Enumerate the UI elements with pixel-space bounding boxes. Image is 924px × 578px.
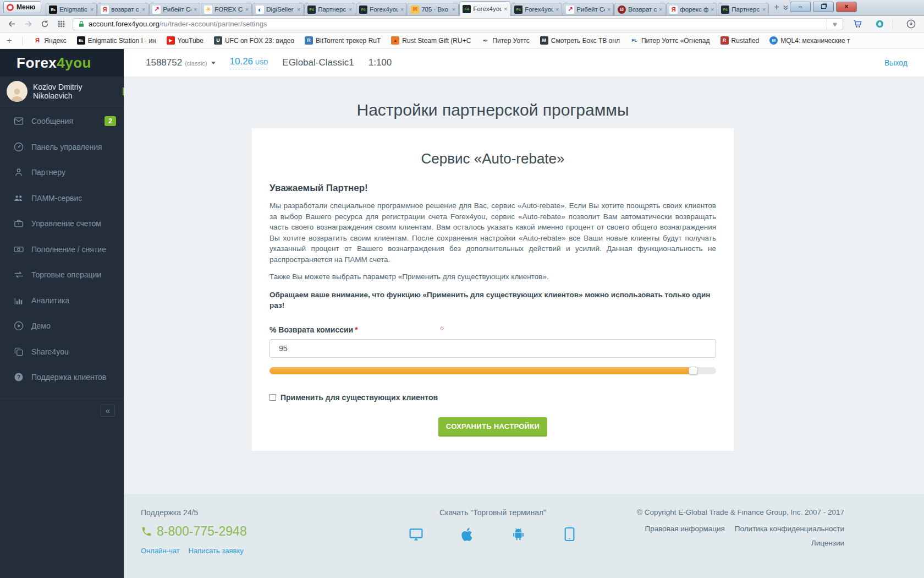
apple-icon[interactable] [459,526,475,542]
sidebar-item-analytics[interactable]: Аналитика [0,288,124,314]
unread-badge: 2 [105,116,116,126]
slider-handle[interactable] [689,367,698,375]
browser-tab[interactable]: EsEnigmatic× [46,3,97,15]
apply-existing-checkbox[interactable] [270,394,276,401]
bookmark-item[interactable]: EsEnigmatic Station I - ин [77,36,156,45]
tab-close-icon[interactable]: × [297,7,300,13]
reload-button[interactable] [37,18,52,31]
sidebar-item-dashboard[interactable]: Панель управления [0,134,124,160]
window-minimize-button[interactable]: – [790,2,811,12]
bookmark-item[interactable]: FLПитер Уоттс «Огнепад [630,36,710,45]
sidebar-item-account-management[interactable]: Управление счетом [0,211,124,237]
bookmark-item[interactable]: ▶YouTube [167,36,204,45]
speed-dial-icon[interactable] [54,18,68,31]
ticket-link[interactable]: Написать заявку [189,547,244,555]
browser-tab[interactable]: F4Forex4you× [511,3,562,15]
sidebar-item-client-support[interactable]: ?Поддержка клиентов [0,364,124,390]
new-tab-button[interactable]: + [773,2,780,13]
save-settings-button[interactable]: СОХРАНИТЬ НАСТРОЙКИ [438,417,547,437]
envelope-icon [13,116,24,127]
account-balance[interactable]: 10.26 USD [230,56,268,69]
browser-tab[interactable]: F4Партнерс× [304,3,355,15]
bookmark-item[interactable]: ✒Питер Уоттс [481,36,529,45]
tab-close-icon[interactable]: × [607,7,610,13]
commission-input[interactable] [270,339,716,358]
add-bookmark-button[interactable]: + [7,36,12,46]
desktop-monitor-icon[interactable] [408,526,424,542]
sidebar-item-demo[interactable]: Демо [0,313,124,339]
browser-tab[interactable]: ↗Рибейт Се× [563,3,614,15]
tab-close-icon[interactable]: × [400,7,404,13]
sidebar-item-partner[interactable]: Партнеру [0,160,124,186]
sidebar-collapse-button[interactable]: « [101,405,115,417]
sidebar-item-label: Пополнение / снятие [31,245,106,254]
privacy-policy-link[interactable]: Политика конфиденциальности [735,525,844,533]
sidebar-item-share4you[interactable]: Share4you [0,339,124,365]
bookmark-item[interactable]: MMQL4: механические т [769,36,850,45]
browser-tab[interactable]: ✉705 · Вхо× [408,3,459,15]
online-chat-link[interactable]: Онлайн-чат [141,547,180,555]
tab-close-icon[interactable]: × [504,6,507,12]
play-circle-icon [13,320,24,331]
window-restore-button[interactable] [813,2,834,12]
browser-tab[interactable]: F4Партнерс× [718,3,769,15]
bookmark-item[interactable]: ▲Rust Steam Gift (RU+C [391,36,471,45]
back-button[interactable] [4,18,19,31]
sidebar-item-pamm[interactable]: ПАММ-сервис [0,186,124,211]
browser-tab[interactable]: F4Forex4you× [356,3,407,15]
browser-tab[interactable]: F4Forex4you× [459,1,510,16]
browser-tab[interactable]: ↗Рибейт Се× [149,3,200,15]
tablet-icon[interactable] [562,526,578,542]
browser-tab[interactable]: ВВозврат с× [614,3,666,15]
android-icon[interactable] [510,526,526,542]
tab-close-icon[interactable]: × [245,7,249,13]
address-bar[interactable]: account.forex4you.org /ru/trader-account… [73,18,843,30]
support-phone[interactable]: 8-800-775-2948 [157,524,247,539]
sidebar-item-messages[interactable]: Сообщения2 [0,108,124,134]
drop-extension-icon[interactable] [872,18,887,31]
tab-close-icon[interactable]: × [762,7,766,13]
commission-slider[interactable] [270,367,716,374]
bookmark-item[interactable]: RRustafied [721,36,760,45]
apply-existing-row[interactable]: Применить для существующих клиентов [270,393,716,402]
downloads-icon[interactable] [903,18,919,31]
sidebar-item-deposit-withdraw[interactable]: Пополнение / снятие [0,237,124,263]
browser-tab[interactable]: ✳FOREX Co× [201,3,252,15]
tab-title: Forex4you [370,6,398,13]
cart-extension-icon[interactable] [850,18,865,31]
user-profile[interactable]: Kozlov Dmitriy Nikolaevich [0,77,124,106]
sidebar-item-label: Share4you [31,347,69,356]
forex4you-logo[interactable]: Forex4you [0,49,124,77]
bookmark-heart-icon[interactable]: ♥ [827,19,843,30]
logout-link[interactable]: Выход [884,58,908,67]
tab-list-icon[interactable] [782,2,790,13]
bookmark-item[interactable]: ЯЯндекс [33,36,66,45]
browser-tab[interactable]: ◐DigiSeller× [252,3,304,15]
browser-tab[interactable]: Яфорекс ф× [666,3,717,15]
forward-button[interactable] [21,18,35,31]
licenses-link[interactable]: Лицензии [637,539,844,547]
tab-close-icon[interactable]: × [659,7,662,13]
tab-close-icon[interactable]: × [90,7,94,13]
bookmark-item[interactable]: MСмотреть Бокс ТВ онл [540,36,620,45]
tab-close-icon[interactable]: × [142,7,145,13]
bookmark-item[interactable]: RBitTorrent трекер RuT [305,36,381,45]
tab-close-icon[interactable]: × [194,7,197,13]
browser-menu-button[interactable]: Меню [3,1,41,13]
tab-close-icon[interactable]: × [452,7,455,13]
sidebar-item-trading-operations[interactable]: Торговые операции [0,262,124,288]
gauge-icon [13,141,24,152]
legal-info-link[interactable]: Правовая информация [645,525,724,533]
browser-tab[interactable]: Явозврат с× [97,3,148,15]
bookmark-label: MQL4: механические т [780,37,850,45]
tab-close-icon[interactable]: × [711,7,714,13]
commission-field-label: % Возврата комиссии*◇ [270,325,716,334]
tab-close-icon[interactable]: × [349,7,352,13]
window-close-button[interactable]: × [836,2,857,12]
balance-currency: USD [255,59,268,66]
bookmark-item[interactable]: UUFC on FOX 23: видео [214,36,294,45]
checkbox-label: Применить для существующих клиентов [280,393,438,402]
yandex-favicon: Я [669,6,678,14]
account-selector[interactable]: 1588752 (classic) [146,57,216,68]
tab-close-icon[interactable]: × [556,7,559,13]
